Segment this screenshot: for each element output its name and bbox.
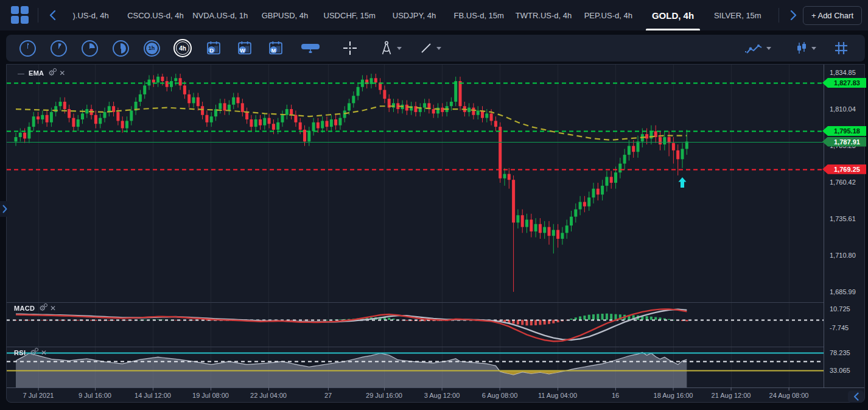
macd-close-icon[interactable]: ✕ bbox=[50, 305, 56, 311]
trendline-icon bbox=[419, 41, 433, 55]
time-tick: 9 Jul 16:00 bbox=[79, 392, 111, 399]
rsi-settings-gear-icon[interactable]: ⚙ bbox=[30, 350, 37, 356]
tab-symbol-5[interactable]: USDJPY, 4h bbox=[382, 0, 446, 30]
tab-symbol-0[interactable]: ).US-d, 4h bbox=[58, 0, 123, 30]
calendar-month-icon: M bbox=[267, 40, 284, 57]
clock-4h-active-icon: 4h bbox=[173, 39, 192, 57]
macd-legend: MACD ⚙ ✕ bbox=[14, 305, 56, 312]
chart-widget: — EMA ⚙ ✕ MACD ⚙ ✕ RSI ⚙ ✕ 1,834.85 1,81… bbox=[6, 64, 865, 403]
macd-tick: -7.745 bbox=[830, 323, 849, 332]
timeframe-daily-button[interactable]: D bbox=[202, 37, 225, 60]
price-tag-lower-band: 1,795.18 bbox=[822, 126, 866, 136]
price-axis-line bbox=[824, 65, 824, 387]
ema-settings-gear-icon[interactable]: ⚙ bbox=[48, 70, 55, 76]
sidebar-expand-button[interactable] bbox=[0, 201, 9, 217]
drawing-tools-button[interactable] bbox=[374, 37, 406, 60]
crosshair-icon bbox=[342, 40, 358, 56]
rsi-tick: 33.065 bbox=[830, 366, 850, 375]
rsi-legend-label: RSI bbox=[14, 349, 26, 356]
indicators-button[interactable] bbox=[740, 37, 775, 60]
trading-app: ).US-d, 4h CSCO.US-d, 4h NVDA.US-d, 1h G… bbox=[0, 0, 868, 410]
layout-grid-button[interactable] bbox=[830, 37, 853, 60]
scroll-to-recent-button[interactable] bbox=[848, 391, 864, 403]
range-slider-icon bbox=[300, 42, 321, 54]
macd-tick: 10.725 bbox=[830, 305, 850, 313]
rsi-tick: 78.235 bbox=[830, 348, 850, 357]
price-tick: 1,710.80 bbox=[830, 251, 856, 260]
time-tick: 6 Aug 08:00 bbox=[482, 392, 518, 399]
trendline-tool-button[interactable] bbox=[414, 37, 446, 60]
tab-symbol-1[interactable]: CSCO.US-d, 4h bbox=[123, 0, 187, 30]
timeframe-5m-button[interactable] bbox=[47, 37, 70, 60]
tab-symbol-2[interactable]: NVDA.US-d, 1h bbox=[188, 0, 253, 30]
timeframe-1m-button[interactable] bbox=[16, 37, 39, 60]
ema-collapse-icon[interactable]: — bbox=[18, 69, 24, 77]
chevron-right-icon bbox=[2, 205, 7, 213]
chart-toolbar: 1h 4h D W M bbox=[6, 35, 865, 62]
time-tick: 3 Aug 12:00 bbox=[424, 392, 460, 399]
indicators-icon bbox=[744, 41, 763, 55]
time-tick: 22 Jul 04:00 bbox=[250, 392, 287, 399]
chart-type-button[interactable] bbox=[789, 37, 822, 60]
svg-text:M: M bbox=[271, 48, 276, 54]
price-tag-stop-level: 1,769.25 bbox=[822, 164, 866, 174]
timeframe-1h-button[interactable]: 1h bbox=[140, 37, 163, 60]
timeframe-15m-button[interactable] bbox=[78, 37, 101, 60]
top-tab-bar: ).US-d, 4h CSCO.US-d, 4h NVDA.US-d, 1h G… bbox=[0, 0, 868, 30]
dropdown-caret-icon bbox=[436, 47, 441, 50]
clock-30m-icon bbox=[113, 40, 129, 57]
time-axis[interactable]: 7 Jul 2021 9 Jul 16:00 14 Jul 12:00 19 J… bbox=[7, 387, 864, 403]
ema-close-icon[interactable]: ✕ bbox=[59, 70, 65, 76]
symbol-tabs: ).US-d, 4h CSCO.US-d, 4h NVDA.US-d, 1h G… bbox=[58, 0, 770, 30]
tab-symbol-7[interactable]: TWTR.US-d, 4h bbox=[511, 0, 576, 30]
chevron-right-icon bbox=[790, 10, 797, 21]
dropdown-caret-icon bbox=[811, 47, 816, 50]
ema-legend-label: EMA bbox=[29, 69, 44, 77]
tabs-scroll-right-button[interactable] bbox=[788, 7, 799, 23]
dropdown-caret-icon bbox=[397, 47, 402, 50]
clock-1m-icon bbox=[19, 40, 36, 57]
clock-1h-icon: 1h bbox=[144, 40, 160, 57]
tab-symbol-6[interactable]: FB.US-d, 15m bbox=[447, 0, 511, 30]
price-tick: 1,735.61 bbox=[830, 214, 856, 223]
price-tick: 1,810.04 bbox=[830, 105, 856, 113]
timeframe-weekly-button[interactable]: W bbox=[233, 37, 256, 60]
price-tick: 1,685.99 bbox=[830, 288, 856, 296]
tabs-scroll-left-button[interactable] bbox=[47, 7, 58, 23]
price-tick: 1,834.85 bbox=[830, 68, 856, 77]
crosshair-tool-button[interactable] bbox=[338, 37, 362, 60]
tab-symbol-4[interactable]: USDCHF, 15m bbox=[317, 0, 382, 30]
time-tick: 18 Aug 16:00 bbox=[654, 392, 693, 399]
calendar-week-icon: W bbox=[236, 40, 253, 57]
price-tick: 1,760.42 bbox=[830, 178, 856, 186]
rsi-legend: RSI ⚙ ✕ bbox=[14, 349, 47, 356]
macd-settings-gear-icon[interactable]: ⚙ bbox=[39, 305, 46, 311]
tab-symbol-8[interactable]: PEP.US-d, 4h bbox=[576, 0, 640, 30]
chart-canvas[interactable] bbox=[7, 65, 824, 387]
chevron-left-icon bbox=[853, 392, 859, 401]
add-chart-button[interactable]: + Add Chart bbox=[803, 6, 862, 25]
custom-range-button[interactable] bbox=[299, 37, 322, 60]
chevron-left-icon bbox=[49, 10, 56, 21]
tab-symbol-10[interactable]: SILVER, 15m bbox=[705, 0, 770, 30]
candlestick-chart-icon bbox=[795, 41, 808, 55]
app-logo-grid-icon[interactable] bbox=[11, 6, 29, 24]
svg-text:W: W bbox=[240, 48, 245, 54]
time-tick: 29 Jul 16:00 bbox=[366, 392, 402, 399]
time-tick: 14 Jul 12:00 bbox=[135, 392, 171, 399]
calendar-day-icon: D bbox=[205, 40, 222, 57]
time-tick: 7 Jul 2021 bbox=[23, 392, 54, 399]
timeframe-monthly-button[interactable]: M bbox=[264, 37, 287, 60]
tab-symbol-3[interactable]: GBPUSD, 4h bbox=[253, 0, 317, 30]
grid-layout-icon bbox=[833, 40, 849, 56]
macd-legend-label: MACD bbox=[14, 305, 35, 312]
rsi-close-icon[interactable]: ✕ bbox=[41, 350, 47, 356]
time-tick: 21 Aug 12:00 bbox=[712, 392, 751, 399]
divider bbox=[38, 8, 38, 23]
clock-15m-icon bbox=[82, 40, 98, 57]
timeframe-30m-button[interactable] bbox=[109, 37, 132, 60]
price-tag-upper-band: 1,827.83 bbox=[822, 78, 866, 88]
tab-symbol-gold-active[interactable]: GOLD, 4h bbox=[640, 0, 705, 30]
timeframe-4h-button-active[interactable]: 4h bbox=[171, 37, 194, 60]
time-tick: 19 Jul 08:00 bbox=[192, 392, 229, 399]
